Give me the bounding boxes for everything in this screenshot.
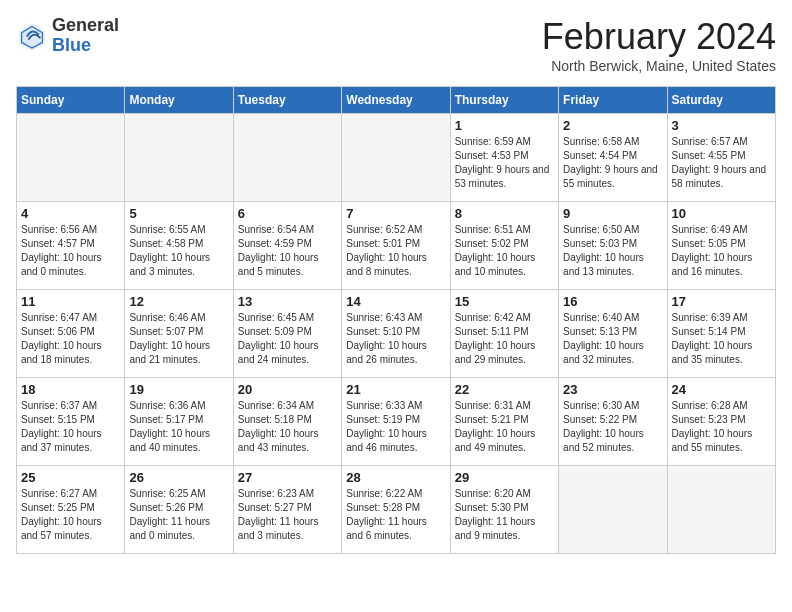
calendar-title: February 2024 bbox=[542, 16, 776, 58]
calendar-cell bbox=[17, 114, 125, 202]
calendar-cell: 4Sunrise: 6:56 AM Sunset: 4:57 PM Daylig… bbox=[17, 202, 125, 290]
day-number: 28 bbox=[346, 470, 445, 485]
day-number: 10 bbox=[672, 206, 771, 221]
day-number: 25 bbox=[21, 470, 120, 485]
day-number: 20 bbox=[238, 382, 337, 397]
day-number: 14 bbox=[346, 294, 445, 309]
day-info: Sunrise: 6:39 AM Sunset: 5:14 PM Dayligh… bbox=[672, 311, 771, 367]
day-number: 26 bbox=[129, 470, 228, 485]
day-number: 18 bbox=[21, 382, 120, 397]
day-info: Sunrise: 6:56 AM Sunset: 4:57 PM Dayligh… bbox=[21, 223, 120, 279]
week-row-4: 18Sunrise: 6:37 AM Sunset: 5:15 PM Dayli… bbox=[17, 378, 776, 466]
week-row-2: 4Sunrise: 6:56 AM Sunset: 4:57 PM Daylig… bbox=[17, 202, 776, 290]
calendar-cell: 5Sunrise: 6:55 AM Sunset: 4:58 PM Daylig… bbox=[125, 202, 233, 290]
week-row-3: 11Sunrise: 6:47 AM Sunset: 5:06 PM Dayli… bbox=[17, 290, 776, 378]
day-info: Sunrise: 6:52 AM Sunset: 5:01 PM Dayligh… bbox=[346, 223, 445, 279]
weekday-header-row: SundayMondayTuesdayWednesdayThursdayFrid… bbox=[17, 87, 776, 114]
day-info: Sunrise: 6:47 AM Sunset: 5:06 PM Dayligh… bbox=[21, 311, 120, 367]
day-info: Sunrise: 6:46 AM Sunset: 5:07 PM Dayligh… bbox=[129, 311, 228, 367]
calendar-cell: 24Sunrise: 6:28 AM Sunset: 5:23 PM Dayli… bbox=[667, 378, 775, 466]
calendar-cell: 27Sunrise: 6:23 AM Sunset: 5:27 PM Dayli… bbox=[233, 466, 341, 554]
calendar-cell: 12Sunrise: 6:46 AM Sunset: 5:07 PM Dayli… bbox=[125, 290, 233, 378]
week-row-1: 1Sunrise: 6:59 AM Sunset: 4:53 PM Daylig… bbox=[17, 114, 776, 202]
calendar-cell: 20Sunrise: 6:34 AM Sunset: 5:18 PM Dayli… bbox=[233, 378, 341, 466]
calendar-cell bbox=[342, 114, 450, 202]
calendar-cell: 26Sunrise: 6:25 AM Sunset: 5:26 PM Dayli… bbox=[125, 466, 233, 554]
calendar-cell: 7Sunrise: 6:52 AM Sunset: 5:01 PM Daylig… bbox=[342, 202, 450, 290]
day-info: Sunrise: 6:50 AM Sunset: 5:03 PM Dayligh… bbox=[563, 223, 662, 279]
day-number: 24 bbox=[672, 382, 771, 397]
day-number: 12 bbox=[129, 294, 228, 309]
calendar-cell: 1Sunrise: 6:59 AM Sunset: 4:53 PM Daylig… bbox=[450, 114, 558, 202]
calendar-cell: 18Sunrise: 6:37 AM Sunset: 5:15 PM Dayli… bbox=[17, 378, 125, 466]
day-number: 7 bbox=[346, 206, 445, 221]
weekday-header-sunday: Sunday bbox=[17, 87, 125, 114]
weekday-header-tuesday: Tuesday bbox=[233, 87, 341, 114]
day-info: Sunrise: 6:43 AM Sunset: 5:10 PM Dayligh… bbox=[346, 311, 445, 367]
day-number: 6 bbox=[238, 206, 337, 221]
logo-blue: Blue bbox=[52, 35, 91, 55]
title-block: February 2024 North Berwick, Maine, Unit… bbox=[542, 16, 776, 74]
day-number: 23 bbox=[563, 382, 662, 397]
calendar-cell: 11Sunrise: 6:47 AM Sunset: 5:06 PM Dayli… bbox=[17, 290, 125, 378]
calendar-cell bbox=[559, 466, 667, 554]
day-number: 22 bbox=[455, 382, 554, 397]
day-info: Sunrise: 6:51 AM Sunset: 5:02 PM Dayligh… bbox=[455, 223, 554, 279]
day-number: 29 bbox=[455, 470, 554, 485]
day-number: 11 bbox=[21, 294, 120, 309]
weekday-header-saturday: Saturday bbox=[667, 87, 775, 114]
day-number: 16 bbox=[563, 294, 662, 309]
calendar-cell: 23Sunrise: 6:30 AM Sunset: 5:22 PM Dayli… bbox=[559, 378, 667, 466]
day-number: 13 bbox=[238, 294, 337, 309]
day-number: 21 bbox=[346, 382, 445, 397]
day-info: Sunrise: 6:36 AM Sunset: 5:17 PM Dayligh… bbox=[129, 399, 228, 455]
day-number: 4 bbox=[21, 206, 120, 221]
calendar-cell bbox=[125, 114, 233, 202]
day-info: Sunrise: 6:25 AM Sunset: 5:26 PM Dayligh… bbox=[129, 487, 228, 543]
day-info: Sunrise: 6:23 AM Sunset: 5:27 PM Dayligh… bbox=[238, 487, 337, 543]
day-info: Sunrise: 6:57 AM Sunset: 4:55 PM Dayligh… bbox=[672, 135, 771, 191]
day-info: Sunrise: 6:54 AM Sunset: 4:59 PM Dayligh… bbox=[238, 223, 337, 279]
calendar-cell bbox=[667, 466, 775, 554]
weekday-header-thursday: Thursday bbox=[450, 87, 558, 114]
day-number: 15 bbox=[455, 294, 554, 309]
day-info: Sunrise: 6:45 AM Sunset: 5:09 PM Dayligh… bbox=[238, 311, 337, 367]
day-info: Sunrise: 6:31 AM Sunset: 5:21 PM Dayligh… bbox=[455, 399, 554, 455]
day-number: 17 bbox=[672, 294, 771, 309]
day-info: Sunrise: 6:22 AM Sunset: 5:28 PM Dayligh… bbox=[346, 487, 445, 543]
calendar-cell: 9Sunrise: 6:50 AM Sunset: 5:03 PM Daylig… bbox=[559, 202, 667, 290]
day-info: Sunrise: 6:33 AM Sunset: 5:19 PM Dayligh… bbox=[346, 399, 445, 455]
calendar-cell: 28Sunrise: 6:22 AM Sunset: 5:28 PM Dayli… bbox=[342, 466, 450, 554]
week-row-5: 25Sunrise: 6:27 AM Sunset: 5:25 PM Dayli… bbox=[17, 466, 776, 554]
day-info: Sunrise: 6:59 AM Sunset: 4:53 PM Dayligh… bbox=[455, 135, 554, 191]
day-number: 8 bbox=[455, 206, 554, 221]
calendar-cell: 6Sunrise: 6:54 AM Sunset: 4:59 PM Daylig… bbox=[233, 202, 341, 290]
page-header: General Blue February 2024 North Berwick… bbox=[16, 16, 776, 74]
day-info: Sunrise: 6:27 AM Sunset: 5:25 PM Dayligh… bbox=[21, 487, 120, 543]
day-number: 1 bbox=[455, 118, 554, 133]
day-info: Sunrise: 6:58 AM Sunset: 4:54 PM Dayligh… bbox=[563, 135, 662, 191]
day-info: Sunrise: 6:37 AM Sunset: 5:15 PM Dayligh… bbox=[21, 399, 120, 455]
day-info: Sunrise: 6:40 AM Sunset: 5:13 PM Dayligh… bbox=[563, 311, 662, 367]
day-info: Sunrise: 6:34 AM Sunset: 5:18 PM Dayligh… bbox=[238, 399, 337, 455]
calendar-cell: 2Sunrise: 6:58 AM Sunset: 4:54 PM Daylig… bbox=[559, 114, 667, 202]
day-number: 3 bbox=[672, 118, 771, 133]
day-info: Sunrise: 6:49 AM Sunset: 5:05 PM Dayligh… bbox=[672, 223, 771, 279]
weekday-header-monday: Monday bbox=[125, 87, 233, 114]
calendar-cell: 3Sunrise: 6:57 AM Sunset: 4:55 PM Daylig… bbox=[667, 114, 775, 202]
logo-text: General Blue bbox=[52, 16, 119, 56]
calendar-cell: 21Sunrise: 6:33 AM Sunset: 5:19 PM Dayli… bbox=[342, 378, 450, 466]
logo-icon bbox=[16, 20, 48, 52]
calendar-table: SundayMondayTuesdayWednesdayThursdayFrid… bbox=[16, 86, 776, 554]
day-number: 2 bbox=[563, 118, 662, 133]
calendar-cell: 15Sunrise: 6:42 AM Sunset: 5:11 PM Dayli… bbox=[450, 290, 558, 378]
calendar-cell: 10Sunrise: 6:49 AM Sunset: 5:05 PM Dayli… bbox=[667, 202, 775, 290]
calendar-cell: 25Sunrise: 6:27 AM Sunset: 5:25 PM Dayli… bbox=[17, 466, 125, 554]
day-number: 5 bbox=[129, 206, 228, 221]
calendar-cell: 14Sunrise: 6:43 AM Sunset: 5:10 PM Dayli… bbox=[342, 290, 450, 378]
calendar-cell: 29Sunrise: 6:20 AM Sunset: 5:30 PM Dayli… bbox=[450, 466, 558, 554]
weekday-header-wednesday: Wednesday bbox=[342, 87, 450, 114]
calendar-cell: 16Sunrise: 6:40 AM Sunset: 5:13 PM Dayli… bbox=[559, 290, 667, 378]
logo-general: General bbox=[52, 15, 119, 35]
day-number: 19 bbox=[129, 382, 228, 397]
